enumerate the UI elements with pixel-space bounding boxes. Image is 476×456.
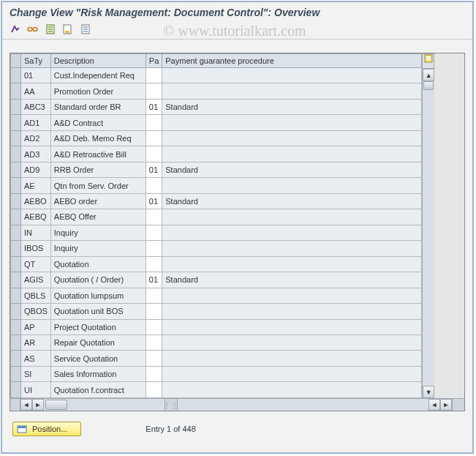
- column-selector[interactable]: [11, 54, 21, 68]
- row-selector[interactable]: [11, 241, 21, 256]
- cell-pa[interactable]: [146, 304, 162, 319]
- cell-pa[interactable]: [146, 115, 162, 130]
- cell-payment-guarantee: Standard: [162, 162, 422, 177]
- cell-payment-guarantee: Standard: [162, 193, 422, 209]
- cell-pa[interactable]: [146, 382, 162, 398]
- svg-point-0: [28, 28, 32, 31]
- row-selector[interactable]: [11, 256, 21, 272]
- scroll-right-button-2[interactable]: ►: [440, 399, 452, 411]
- new-entries-button[interactable]: [43, 23, 58, 36]
- vertical-scrollbar[interactable]: ▲ ▼: [422, 69, 434, 398]
- cell-saty: AD3: [21, 146, 51, 162]
- cell-pa[interactable]: 01: [146, 99, 162, 114]
- cell-pa[interactable]: [146, 319, 162, 334]
- column-header-saty[interactable]: SaTy: [21, 54, 51, 68]
- delimit-button[interactable]: [78, 23, 93, 36]
- column-header-payment-guarantee[interactable]: Payment guarantee procedure: [162, 54, 422, 68]
- row-selector[interactable]: [11, 209, 21, 225]
- cell-payment-guarantee: [162, 146, 422, 162]
- table-settings-button[interactable]: [422, 53, 434, 69]
- cell-payment-guarantee: [162, 115, 422, 130]
- cell-description: A&D Contract: [50, 115, 146, 130]
- position-button-label: Position...: [32, 425, 67, 433]
- cell-pa[interactable]: [146, 83, 162, 99]
- row-selector[interactable]: [11, 193, 21, 209]
- scroll-up-button[interactable]: ▲: [423, 69, 434, 81]
- cell-pa[interactable]: 01: [146, 193, 162, 209]
- display-change-button[interactable]: [26, 23, 40, 36]
- row-selector[interactable]: [11, 162, 21, 177]
- app-window: Change View "Risk Management: Document C…: [1, 1, 474, 454]
- cell-description: Quotation unit BOS: [50, 304, 146, 319]
- row-selector[interactable]: [11, 225, 21, 240]
- cell-description: AEBQ Offer: [50, 209, 146, 225]
- scroll-down-button[interactable]: ▼: [423, 386, 434, 398]
- scroll-right-button-1[interactable]: ►: [32, 399, 44, 411]
- table-row: APProject Quotation: [11, 319, 422, 334]
- cell-saty: QT: [21, 256, 51, 272]
- table-row: QBOSQuotation unit BOS: [11, 304, 422, 319]
- row-selector[interactable]: [11, 99, 21, 114]
- cell-pa[interactable]: [146, 68, 162, 83]
- scroll-track-left[interactable]: [44, 399, 165, 411]
- cell-pa[interactable]: [146, 146, 162, 162]
- cell-pa[interactable]: [146, 351, 162, 366]
- row-selector[interactable]: [11, 146, 21, 162]
- column-header-pa[interactable]: Pa: [146, 54, 162, 68]
- row-selector[interactable]: [11, 382, 21, 398]
- cell-saty: IBOS: [21, 241, 51, 256]
- row-selector[interactable]: [11, 115, 21, 130]
- table-row: IBOSInquiry: [11, 241, 422, 256]
- scroll-left-button-1[interactable]: ◄: [20, 399, 32, 411]
- cell-pa[interactable]: 01: [146, 162, 162, 177]
- cell-pa[interactable]: 01: [146, 272, 162, 288]
- position-button[interactable]: Position...: [12, 422, 81, 436]
- cell-description: Quotation: [50, 256, 146, 272]
- row-selector[interactable]: [11, 68, 21, 83]
- svg-point-1: [33, 28, 37, 31]
- cell-saty: AGIS: [21, 272, 51, 288]
- cell-pa[interactable]: [146, 178, 162, 193]
- cell-saty: AE: [21, 178, 51, 193]
- cell-description: Inquiry: [50, 241, 146, 256]
- scroll-track-right[interactable]: [178, 399, 428, 411]
- toggle-view-button[interactable]: [8, 23, 23, 36]
- column-header-description[interactable]: Description: [50, 54, 146, 68]
- scroll-track-vertical[interactable]: [423, 81, 434, 386]
- scroll-left-button-2[interactable]: ◄: [428, 399, 440, 411]
- table-row: 01Cust.Independent Req: [11, 68, 422, 83]
- row-selector[interactable]: [11, 351, 21, 366]
- cell-pa[interactable]: [146, 256, 162, 272]
- row-selector[interactable]: [11, 272, 21, 288]
- row-selector[interactable]: [11, 178, 21, 193]
- cell-saty: AD9: [21, 162, 51, 177]
- cell-pa[interactable]: [146, 366, 162, 381]
- cell-saty: AA: [21, 83, 51, 99]
- row-selector[interactable]: [11, 83, 21, 99]
- cell-description: Standard order BR: [50, 99, 146, 114]
- cell-saty: SI: [21, 366, 51, 381]
- scroll-thumb-left[interactable]: [45, 400, 67, 410]
- cell-pa[interactable]: [146, 225, 162, 240]
- cell-payment-guarantee: [162, 319, 422, 334]
- table-row: ASService Quotation: [11, 351, 422, 366]
- cell-pa[interactable]: [146, 209, 162, 225]
- row-selector[interactable]: [11, 366, 21, 381]
- cell-pa[interactable]: [146, 241, 162, 256]
- cell-pa[interactable]: [146, 288, 162, 303]
- column-split-handle[interactable]: ⋮⋮: [165, 399, 178, 411]
- copy-as-button[interactable]: [61, 23, 75, 36]
- scroll-thumb-vertical[interactable]: [423, 81, 434, 90]
- cell-payment-guarantee: [162, 130, 422, 146]
- row-selector[interactable]: [11, 334, 21, 350]
- table-row: AD3A&D Retroactive Bill: [11, 146, 422, 162]
- cell-saty: AEBO: [21, 193, 51, 209]
- cell-saty: 01: [21, 68, 51, 83]
- row-selector[interactable]: [11, 304, 21, 319]
- row-selector[interactable]: [11, 130, 21, 146]
- cell-pa[interactable]: [146, 130, 162, 146]
- row-selector[interactable]: [11, 288, 21, 303]
- cell-pa[interactable]: [146, 334, 162, 350]
- toolbar: [2, 21, 472, 40]
- row-selector[interactable]: [11, 319, 21, 334]
